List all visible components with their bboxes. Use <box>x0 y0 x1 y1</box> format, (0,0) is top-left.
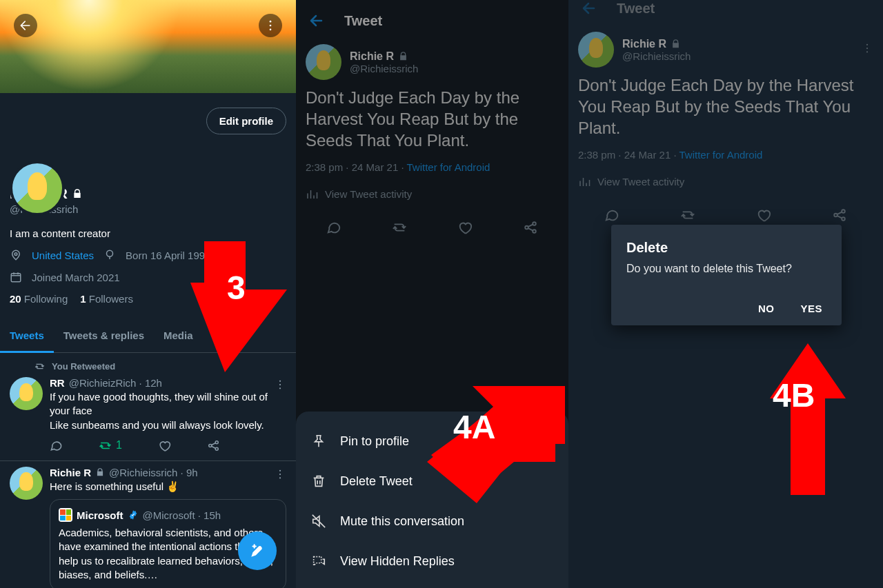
trash-icon <box>311 474 326 489</box>
like-icon[interactable] <box>158 439 171 452</box>
analytics-icon <box>578 176 591 188</box>
svg-marker-28 <box>770 343 846 495</box>
tweet-avatar[interactable] <box>10 467 43 500</box>
svg-point-3 <box>14 253 17 256</box>
svg-point-4 <box>107 250 113 256</box>
mute-icon <box>311 514 326 529</box>
like-icon[interactable] <box>756 207 771 223</box>
back-button[interactable] <box>308 12 325 29</box>
verified-icon <box>128 509 139 520</box>
more-vertical-icon <box>861 42 873 54</box>
more-vertical-icon <box>264 19 277 32</box>
profile-avatar[interactable] <box>10 161 65 216</box>
view-tweet-activity[interactable]: View Tweet activity <box>301 179 563 210</box>
back-button[interactable] <box>581 0 597 17</box>
annotation-label-3: 3 <box>227 269 246 307</box>
svg-point-9 <box>279 381 281 382</box>
tweet-avatar[interactable] <box>10 377 43 410</box>
compose-tweet-button[interactable] <box>238 531 277 570</box>
profile-joined: Joined March 2021 <box>32 272 120 283</box>
lock-icon <box>72 188 83 199</box>
page-title: Tweet <box>344 13 382 29</box>
back-button[interactable] <box>14 14 37 37</box>
profile-bio: I am a content creator <box>10 227 286 239</box>
tab-tweets[interactable]: Tweets <box>0 320 54 353</box>
tweet-more-button[interactable] <box>861 42 873 57</box>
lock-icon <box>671 39 681 49</box>
more-vertical-icon <box>274 378 286 391</box>
author-handle: @Richieissrich <box>622 50 691 62</box>
edit-profile-button[interactable]: Edit profile <box>206 108 286 134</box>
annotation-label-4b: 4B <box>773 376 815 414</box>
profile-location[interactable]: United States <box>32 250 94 261</box>
author-name: Richie R <box>622 38 691 50</box>
tweet-header: Richie R @Richieissrich · 9h <box>50 467 286 478</box>
tweet-avatar[interactable] <box>306 44 341 80</box>
feather-plus-icon <box>248 542 266 560</box>
like-icon[interactable] <box>457 220 473 235</box>
dialog-message: Do you want to delete this Tweet? <box>626 263 826 275</box>
svg-point-24 <box>866 51 868 52</box>
retweet-icon <box>34 361 45 372</box>
svg-point-13 <box>279 474 281 475</box>
profile-panel: Edit profile Richie R @Richieissrich I a… <box>0 0 296 588</box>
tweet-source-link[interactable]: Twitter for Android <box>679 149 763 161</box>
tweet-text: Don't Judge Each Day by the Harvest You … <box>301 83 563 156</box>
svg-rect-5 <box>11 274 21 282</box>
svg-point-11 <box>279 387 281 389</box>
reply-icon[interactable] <box>604 207 619 223</box>
view-tweet-activity[interactable]: View Tweet activity <box>574 166 877 198</box>
location-icon <box>10 249 22 261</box>
delete-dialog-panel: Tweet Richie R @Richieissrich Don't Judg… <box>568 0 883 588</box>
tweet-timestamp: 2:38 pm · 24 Mar 21 · Twitter for Androi… <box>301 156 563 179</box>
tweet-more-button[interactable] <box>274 378 286 394</box>
tweet-author-name: RR <box>50 377 65 389</box>
dialog-yes-button[interactable]: YES <box>800 303 822 314</box>
tweet-detail-panel: Tweet Richie R @Richieissrich Don't Judg… <box>296 0 568 588</box>
following-stat[interactable]: 20 Following <box>10 293 68 305</box>
tweet-text: Here is something useful ✌️ <box>50 480 286 494</box>
tweet-item[interactable]: RR @RichieizRich · 12h If you have good … <box>0 372 296 461</box>
tweet-more-button[interactable] <box>274 468 286 483</box>
tweet-timestamp: 2:38 pm · 24 Mar 21 · Twitter for Androi… <box>574 143 877 166</box>
tweet-source-link[interactable]: Twitter for Android <box>407 161 490 173</box>
retweet-icon[interactable] <box>392 220 407 235</box>
annotation-arrow-4b <box>770 343 846 495</box>
tweet-actions: 1 <box>50 432 286 456</box>
svg-point-1 <box>270 25 272 27</box>
hidden-replies-icon <box>311 554 326 569</box>
share-icon[interactable] <box>523 220 538 235</box>
tab-replies[interactable]: Tweets & replies <box>54 320 154 352</box>
tweet-avatar[interactable] <box>578 32 614 68</box>
delete-confirm-dialog: Delete Do you want to delete this Tweet?… <box>611 225 842 325</box>
share-icon[interactable] <box>832 207 847 223</box>
svg-point-2 <box>270 29 272 31</box>
svg-point-23 <box>866 48 868 49</box>
svg-point-12 <box>279 469 281 471</box>
tweet-author-name: Richie R <box>50 467 91 478</box>
more-options-button[interactable] <box>259 14 282 37</box>
svg-marker-21 <box>427 386 565 503</box>
reply-icon[interactable] <box>50 439 63 452</box>
annotation-label-4a: 4A <box>453 408 495 446</box>
quote-author: Microsoft <box>77 509 123 521</box>
svg-point-0 <box>270 21 272 23</box>
cover-image <box>0 0 296 93</box>
mute-conversation-option[interactable]: Mute this conversation <box>296 501 568 541</box>
tweet-header: RR @RichieizRich · 12h <box>50 377 286 389</box>
reply-icon[interactable] <box>326 220 341 235</box>
lock-icon <box>95 467 105 477</box>
retweet-button[interactable]: 1 <box>99 439 122 452</box>
page-title: Tweet <box>617 1 655 17</box>
share-icon[interactable] <box>207 439 220 452</box>
pin-icon <box>311 434 326 449</box>
dialog-no-button[interactable]: NO <box>758 303 775 314</box>
retweet-icon[interactable] <box>680 207 695 223</box>
followers-stat[interactable]: 1 Followers <box>80 293 133 305</box>
microsoft-logo-icon <box>59 508 72 522</box>
view-hidden-replies-option[interactable]: View Hidden Replies <box>296 541 568 581</box>
author-name: Richie R <box>350 50 418 63</box>
svg-point-14 <box>279 477 281 478</box>
annotation-arrow-3 <box>190 241 287 372</box>
author-handle: @Richieissrich <box>350 63 418 74</box>
